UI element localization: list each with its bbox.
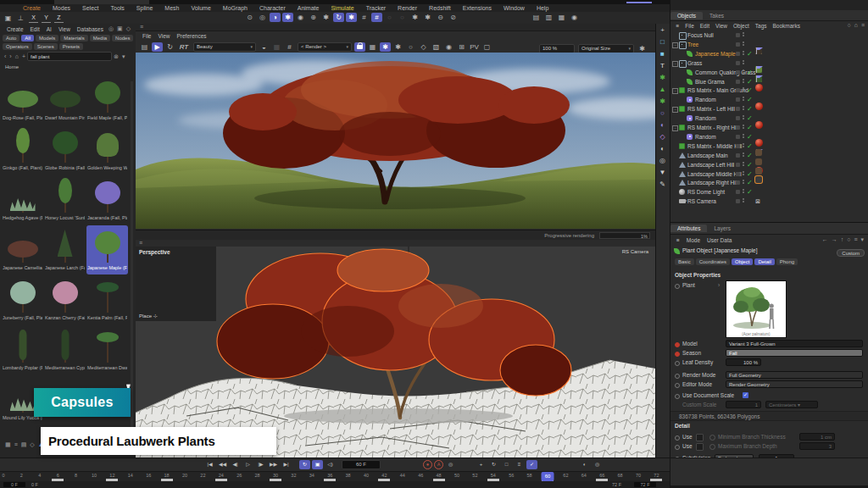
browser-menu-edit[interactable]: Edit — [27, 26, 43, 32]
custom-button[interactable]: Custom — [837, 249, 865, 257]
anim-dot[interactable] — [675, 445, 680, 450]
object-row-japanese-maple[interactable]: Japanese Maple✓ — [670, 50, 868, 59]
record-parameter-icon[interactable]: ≡ — [514, 460, 525, 469]
anim-dot[interactable] — [675, 383, 680, 388]
layout-panel-icon[interactable]: ▤ — [531, 13, 542, 22]
keyframe-dot[interactable] — [675, 352, 680, 357]
falsecolor-icon[interactable]: ○ — [405, 42, 416, 52]
plant-item-hedgehog-agave[interactable]: Hedgehog Agave (Fall... — [2, 175, 43, 225]
range-end-field[interactable]: 72 F — [634, 482, 656, 488]
lock-icon[interactable] — [354, 42, 365, 52]
material-manager-icon[interactable]: ◉ — [295, 13, 306, 22]
simulation-settings-icon[interactable]: ✱ — [346, 13, 357, 22]
render-picture-viewer-icon[interactable]: ◎ — [257, 13, 268, 22]
filter-icon[interactable]: ≡ — [861, 22, 865, 28]
visibility-dots[interactable] — [743, 51, 744, 56]
plant-item-golden-weeping-willo[interactable]: Golden Weeping Willo... — [86, 125, 128, 175]
editor-mode-dropdown[interactable]: Render Geometry — [726, 380, 863, 388]
visibility-dots[interactable] — [743, 97, 744, 102]
om-menu-edit[interactable]: Edit — [697, 23, 712, 29]
enabled-check-icon[interactable]: ✓ — [747, 170, 753, 178]
place-tool-icon[interactable]: + — [656, 25, 669, 36]
bucket-grid-icon[interactable]: ▦ — [271, 42, 282, 52]
browser-subtab-operators[interactable]: Operators — [3, 43, 32, 50]
layer-toggle[interactable] — [736, 180, 740, 185]
plant-item-japanese-larch[interactable]: Japanese Larch (Fall, Pl... — [44, 225, 86, 274]
search-icon[interactable]: ○ — [847, 22, 850, 28]
home-icon[interactable]: ⌂ — [15, 53, 19, 59]
anim-dot[interactable] — [675, 374, 680, 379]
import-icon[interactable]: ▼ — [656, 167, 669, 178]
om-menu-object[interactable]: Object — [730, 23, 752, 29]
sound-icon[interactable]: ◁) — [325, 460, 336, 469]
menu-volume[interactable]: Volume — [185, 5, 216, 11]
browser-tab-materials[interactable]: Materials — [60, 35, 87, 42]
visibility-dots[interactable] — [743, 42, 744, 47]
om-menu-bookmarks[interactable]: Bookmarks — [770, 23, 804, 29]
selected-tag[interactable] — [755, 176, 762, 183]
flag-tag[interactable] — [755, 75, 761, 82]
material-tag[interactable] — [755, 168, 762, 175]
visibility-dots[interactable] — [743, 125, 744, 130]
menu-simulate[interactable]: Simulate — [325, 5, 359, 11]
plant-item-juneberry[interactable]: Juneberry (Fall, Plant) — [2, 275, 43, 324]
max-branch-use-checkbox[interactable] — [696, 443, 704, 451]
plant-item-honey-locust-sunbur[interactable]: Honey Locust 'Sunbur... — [44, 175, 86, 225]
object-row-random[interactable]: Random✓ — [670, 133, 868, 142]
disabled-tool2-icon[interactable]: ○ — [397, 13, 408, 22]
go-to-end-icon[interactable]: ▶| — [281, 460, 292, 469]
axis-z-button[interactable]: Z — [54, 14, 64, 23]
max-branch-radio[interactable] — [709, 444, 715, 450]
object-row-random[interactable]: Random✓ — [670, 96, 868, 105]
layer-toggle[interactable] — [736, 172, 740, 176]
visibility-dots[interactable] — [743, 115, 744, 120]
expand-arrow-icon[interactable]: › — [718, 282, 720, 288]
simulation-icon[interactable]: ↻ — [333, 13, 344, 22]
redshift-object-tag[interactable] — [755, 139, 763, 147]
enabled-check-icon[interactable]: ✓ — [747, 161, 753, 169]
menu-window[interactable]: Window — [498, 5, 531, 11]
layout-split-icon[interactable]: ▥ — [543, 13, 554, 22]
plant-item-jacaranda[interactable]: Jacaranda (Fall, Plant) — [86, 175, 128, 225]
expander-icon[interactable]: – — [672, 61, 678, 67]
symmetry-icon[interactable]: ◇ — [656, 131, 669, 142]
anim-dot[interactable] — [675, 361, 680, 366]
menu-help[interactable]: Help — [531, 5, 554, 11]
cluster-icon[interactable]: ▲ — [656, 84, 669, 95]
visibility-dots[interactable] — [743, 60, 744, 65]
layer-toggle[interactable] — [736, 80, 740, 84]
attr-tab-layers[interactable]: Layers — [707, 225, 737, 232]
previous-frame-icon[interactable]: ◀| — [230, 460, 241, 469]
spline-circle-icon[interactable]: ○ — [656, 108, 669, 119]
layer-toggle[interactable] — [736, 107, 740, 111]
layer-toggle[interactable] — [736, 163, 740, 167]
menu-create[interactable]: Create — [17, 5, 47, 11]
om-menu-view[interactable]: View — [712, 23, 730, 29]
menu-tools[interactable]: Tools — [105, 5, 131, 11]
add-snapshot-icon[interactable]: ⊞ — [456, 42, 467, 52]
enabled-check-icon[interactable]: ✓ — [747, 142, 753, 150]
layer-toggle[interactable] — [736, 52, 740, 56]
preview-range-icon[interactable]: ▣ — [312, 460, 323, 469]
visibility-dots[interactable] — [743, 32, 744, 37]
back-icon[interactable]: ‹ — [4, 53, 6, 59]
axis-mode-icon[interactable]: ⊥ — [15, 14, 26, 23]
filter-icon[interactable]: ≡ — [854, 236, 857, 243]
model-dropdown[interactable]: Variant 3 Full-Grown — [726, 340, 863, 347]
hamburger-icon[interactable]: ≡ — [673, 237, 683, 243]
object-row-rs-matrix-left-hill[interactable]: –RS Matrix - Left Hill✓ — [670, 105, 868, 114]
render-camera-dropdown[interactable]: < Render >▾ — [298, 42, 352, 52]
om-menu-file[interactable]: File — [682, 23, 697, 29]
material-tag[interactable] — [755, 149, 762, 156]
autokeying-icon[interactable]: A — [434, 460, 443, 469]
section-tab-phong[interactable]: Phong — [776, 258, 798, 265]
menu-mograph[interactable]: MoGraph — [217, 5, 253, 11]
axis-y-button[interactable]: Y — [42, 14, 51, 23]
visibility-dots[interactable] — [743, 87, 744, 92]
play-backwards-icon[interactable]: ▷ — [242, 460, 253, 469]
anim-dot[interactable] — [675, 284, 680, 289]
add-icon[interactable]: + — [22, 53, 25, 59]
redshift-object-tag[interactable] — [755, 84, 763, 92]
plant-item-kentia-palm[interactable]: Kentia Palm (Fall, Plant) — [86, 275, 128, 324]
plant-item-dog-rose[interactable]: Dog-Rose (Fall, Plant) — [2, 75, 43, 125]
